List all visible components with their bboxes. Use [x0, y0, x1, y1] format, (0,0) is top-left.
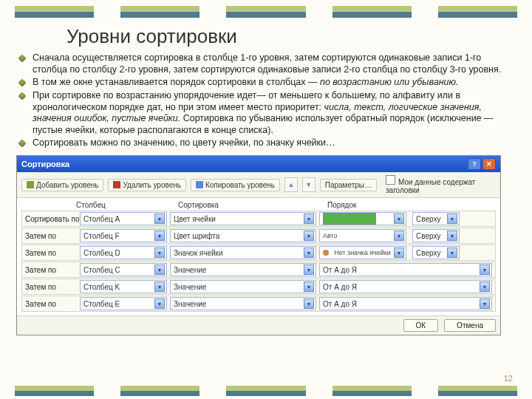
color-swatch	[323, 213, 376, 225]
sort-row: Затем по Столбец F▼ Цвет шрифта▼ Авто▼ С…	[21, 228, 496, 244]
sort-row: Сортировать по Столбец A▼ Цвет ячейки▼ ▼…	[21, 211, 496, 227]
grid-header: Столбец Сортировка Порядок	[21, 198, 496, 211]
dialog-toolbar: Добавить уровень Удалить уровень Копиров…	[17, 172, 500, 198]
sort-row: Затем по Столбец C▼ Значение▼ От А до Я▼	[21, 262, 496, 278]
header-column: Столбец	[76, 201, 178, 209]
options-button[interactable]: Параметры…	[320, 179, 377, 191]
side-combo[interactable]: Сверху▼	[412, 246, 460, 259]
order-combo[interactable]: От А до Я▼	[319, 280, 492, 293]
chevron-down-icon: ▼	[304, 214, 314, 224]
bullet-item: Сортировать можно по значению, по цвету …	[33, 137, 516, 149]
sort-on-combo[interactable]: Значок ячейки▼	[170, 246, 316, 259]
slide-content: Уровни сортировки Сначала осуществляется…	[16, 22, 516, 335]
sort-on-combo[interactable]: Значение▼	[170, 263, 316, 276]
decor-top	[0, 6, 532, 18]
cancel-button[interactable]: Отмена	[444, 319, 496, 332]
decor-bottom	[0, 386, 532, 396]
sort-dialog: Сортировка ? ✕ Добавить уровень Удалить …	[16, 155, 501, 335]
add-icon	[27, 181, 34, 188]
header-sort: Сортировка	[178, 201, 327, 209]
row-label: Сортировать по	[22, 215, 80, 223]
order-combo[interactable]: ▼	[319, 212, 406, 225]
chevron-down-icon: ▼	[154, 214, 165, 224]
dialog-titlebar: Сортировка ? ✕	[17, 156, 500, 172]
row-label: Затем по	[22, 283, 80, 291]
move-up-button[interactable]: ▲	[284, 177, 298, 192]
row-label: Затем по	[22, 249, 80, 257]
delete-level-button[interactable]: Удалить уровень	[108, 179, 185, 191]
sort-row: Затем по Столбец K▼ Значение▼ От А до Я▼	[21, 279, 496, 295]
column-combo[interactable]: Столбец D▼	[80, 246, 167, 259]
bullet-item: В том же окне устанавливается порядок со…	[33, 77, 516, 89]
ok-button[interactable]: ОК	[403, 319, 439, 332]
sort-on-combo[interactable]: Цвет шрифта▼	[170, 229, 316, 242]
bullet-item: Сначала осуществляется сортировка в стол…	[33, 52, 516, 75]
chevron-down-icon: ▼	[447, 214, 457, 224]
dialog-footer: ОК Отмена	[17, 316, 500, 335]
order-combo[interactable]: От А до Я▼	[319, 263, 492, 276]
order-combo[interactable]: Авто▼	[319, 229, 406, 242]
header-order: Порядок	[327, 201, 496, 209]
column-combo[interactable]: Столбец C▼	[80, 263, 167, 276]
order-combo[interactable]: Нет значка ячейки▼	[319, 246, 406, 259]
bullet-list: Сначала осуществляется сортировка в стол…	[16, 52, 516, 149]
bullet-item: При сортировке по возрастанию упорядочен…	[33, 90, 516, 137]
page-number: 12	[504, 374, 513, 383]
close-button[interactable]: ✕	[482, 158, 496, 170]
sort-on-combo[interactable]: Значение▼	[170, 297, 316, 310]
sort-grid: Столбец Сортировка Порядок Сортировать п…	[17, 198, 500, 316]
column-combo[interactable]: Столбец A▼	[80, 212, 167, 225]
dialog-title: Сортировка	[21, 160, 69, 168]
add-level-button[interactable]: Добавить уровень	[21, 179, 103, 191]
row-label: Затем по	[22, 232, 80, 240]
column-combo[interactable]: Столбец K▼	[80, 280, 167, 293]
sort-on-combo[interactable]: Цвет ячейки▼	[170, 212, 316, 225]
copy-icon	[196, 181, 203, 188]
row-label: Затем по	[22, 266, 80, 274]
row-label: Затем по	[22, 300, 80, 308]
copy-level-button[interactable]: Копировать уровень	[191, 179, 280, 191]
sort-row: Затем по Столбец D▼ Значок ячейки▼ Нет з…	[21, 245, 496, 261]
column-combo[interactable]: Столбец E▼	[80, 297, 167, 310]
sort-on-combo[interactable]: Значение▼	[170, 280, 316, 293]
column-combo[interactable]: Столбец F▼	[80, 229, 167, 242]
sort-row: Затем по Столбец E▼ Значение▼ От А до Я▼	[21, 296, 496, 312]
headers-checkbox[interactable]: Мои данные содержат заголовки	[386, 175, 496, 194]
chevron-down-icon: ▼	[394, 214, 404, 224]
page-title: Уровни сортировки	[66, 25, 516, 48]
delete-icon	[113, 181, 120, 188]
side-combo[interactable]: Сверху▼	[412, 212, 460, 225]
move-down-button[interactable]: ▼	[302, 177, 316, 192]
dot-icon	[323, 250, 329, 256]
side-combo[interactable]: Сверху▼	[412, 229, 460, 242]
order-combo[interactable]: От А до Я▼	[319, 297, 492, 310]
help-button[interactable]: ?	[468, 158, 481, 170]
